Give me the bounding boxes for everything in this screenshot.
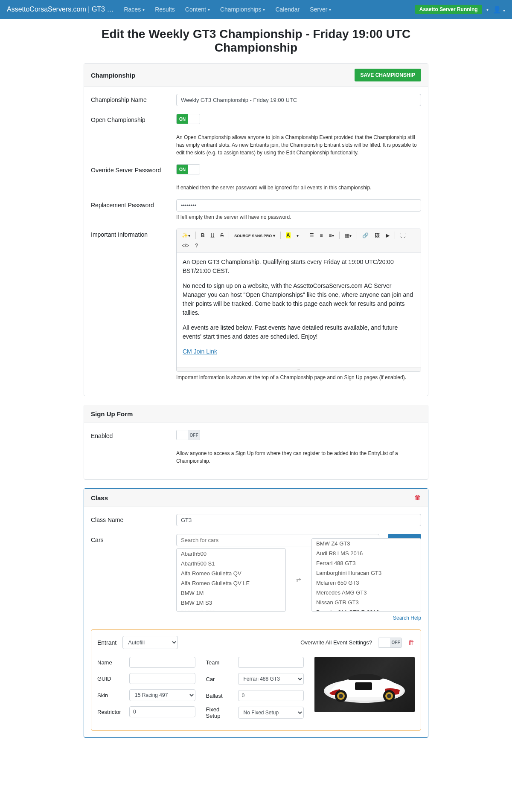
repl-pw-label: Replacement Password <box>91 199 176 221</box>
color-caret-icon[interactable]: ▾ <box>294 231 301 240</box>
list-item[interactable]: Mclaren 650 GT3 <box>312 578 421 588</box>
page-title: Edit the Weekly GT3 Championship - Frida… <box>84 27 428 55</box>
list-item[interactable]: Ferrari 488 GT3 <box>312 558 421 568</box>
align-icon[interactable]: ≡▾ <box>326 231 337 240</box>
magic-icon[interactable]: ✨▾ <box>179 231 193 240</box>
image-icon[interactable]: 🖼 <box>372 231 382 240</box>
list-item[interactable]: Abarth500 S1 <box>177 559 285 568</box>
code-icon[interactable]: </> <box>179 241 192 250</box>
server-running-badge[interactable]: Assetto Server Running <box>415 5 482 14</box>
repl-pw-input[interactable] <box>176 199 421 212</box>
swap-icon[interactable]: ⇄ <box>296 577 301 583</box>
car-preview-image <box>314 657 415 712</box>
list-item[interactable]: Alfa Romeo Giulietta QV LE <box>177 578 285 588</box>
list-item[interactable]: Alfa Romeo Giulietta QV <box>177 568 285 578</box>
list-item[interactable]: Abarth500 <box>177 549 285 559</box>
list-item[interactable]: Lamborghini Huracan GT3 <box>312 568 421 578</box>
list-item[interactable]: BMW Z4 GT3 <box>312 539 421 548</box>
entrant-guid-input[interactable] <box>129 673 195 684</box>
link-icon[interactable]: 🔗 <box>360 231 371 240</box>
championship-name-input[interactable] <box>176 94 421 106</box>
list-item[interactable]: Mercedes AMG GT3 <box>312 588 421 597</box>
info-label: Important Information <box>91 229 176 381</box>
svg-rect-8 <box>355 682 372 690</box>
delete-class-icon[interactable]: 🗑 <box>414 494 421 502</box>
ul-icon[interactable]: ☰ <box>307 231 317 240</box>
user-icon[interactable]: 👤 ▾ <box>493 6 505 14</box>
nav-races[interactable]: Races▾ <box>119 3 149 15</box>
signup-header: Sign Up Form <box>91 410 133 418</box>
table-icon[interactable]: ▦▾ <box>342 231 354 240</box>
navbar: AssettoCorsaServers.com | GT3 … Races▾ R… <box>0 0 512 19</box>
editor-resize-handle[interactable]: ═ <box>177 367 421 371</box>
nav-content[interactable]: Content▾ <box>181 3 214 15</box>
class-header: Class <box>91 494 108 502</box>
championship-card: Championship Save Championship Champions… <box>84 63 428 396</box>
list-item[interactable]: Nissan GTR GT3 <box>312 597 421 607</box>
list-item[interactable]: BMW 1M <box>177 588 285 598</box>
signup-enabled-toggle[interactable]: OFF <box>176 430 200 440</box>
championship-name-label: Championship Name <box>91 94 176 106</box>
class-card: Class 🗑 Class Name Cars Searc <box>84 488 428 738</box>
svg-point-7 <box>387 694 391 698</box>
text-color-icon[interactable]: A <box>283 231 293 240</box>
open-championship-toggle[interactable]: ON <box>176 114 200 124</box>
fullscreen-icon[interactable]: ⛶ <box>398 231 408 240</box>
repl-pw-help: If left empty then the server will have … <box>176 213 421 221</box>
entrant-card: Entrant Autofill Overwrite All Event Set… <box>91 629 421 731</box>
overwrite-toggle[interactable]: OFF <box>378 638 402 648</box>
signup-help: Allow anyone to access a Sign Up form wh… <box>176 450 421 465</box>
entrant-fixed-select[interactable]: No Fixed Setup <box>238 707 304 719</box>
strike-icon[interactable]: S <box>218 231 226 240</box>
editor-toolbar: ✨▾ B U S SOURCE SANS PRO ▾ A ▾ ☰ <box>177 229 421 252</box>
open-help: An Open Championship allows anyone to jo… <box>176 133 421 157</box>
underline-icon[interactable]: U <box>208 231 217 240</box>
selected-cars-listbox[interactable]: BMW Z4 GT3Audi R8 LMS 2016Ferrari 488 GT… <box>311 538 421 612</box>
entrant-car-select[interactable]: Ferrari 488 GT3 <box>238 673 304 685</box>
available-cars-listbox[interactable]: Abarth500Abarth500 S1Alfa Romeo Giuliett… <box>176 548 286 612</box>
nav-server[interactable]: Server▾ <box>305 3 335 15</box>
entrant-skin-select[interactable]: 15 Racing 497 <box>129 689 195 701</box>
nav-brand[interactable]: AssettoCorsaServers.com | GT3 … <box>7 6 113 13</box>
list-item[interactable]: Porsche 911 GT3 R 2016 <box>312 607 421 612</box>
override-pw-label: Override Server Password <box>91 164 176 174</box>
override-help: If enabled then the server password will… <box>176 184 421 191</box>
delete-entrant-icon[interactable]: 🗑 <box>408 639 415 647</box>
list-item[interactable]: BMW M3 E30 <box>177 608 285 612</box>
editor-content[interactable]: An Open GT3 Championship. Qualifying sta… <box>177 252 421 367</box>
list-item[interactable]: Audi R8 LMS 2016 <box>312 548 421 558</box>
list-item[interactable]: BMW 1M S3 <box>177 598 285 608</box>
override-pw-toggle[interactable]: ON <box>176 164 200 174</box>
search-help-link[interactable]: Search Help <box>393 615 421 621</box>
help-icon[interactable]: ? <box>192 241 201 250</box>
entrant-label: Entrant <box>97 639 116 646</box>
bold-icon[interactable]: B <box>198 231 207 240</box>
class-name-label: Class Name <box>91 514 176 526</box>
cars-label: Cars <box>91 534 176 621</box>
entrant-ballast-input[interactable] <box>238 690 304 701</box>
nav-results[interactable]: Results <box>151 3 179 15</box>
save-championship-button[interactable]: Save Championship <box>355 69 421 81</box>
entrant-name-input[interactable] <box>129 657 195 668</box>
class-name-input[interactable] <box>176 514 421 526</box>
entrant-team-input[interactable] <box>238 657 304 668</box>
nav-calendar[interactable]: Calendar <box>271 3 304 15</box>
championship-header: Championship <box>91 72 135 79</box>
open-championship-label: Open Championship <box>91 114 176 124</box>
font-select[interactable]: SOURCE SANS PRO ▾ <box>232 232 278 240</box>
entrant-restrictor-input[interactable] <box>129 706 195 717</box>
svg-point-4 <box>339 694 343 698</box>
info-help: Important information is shown at the to… <box>176 374 421 381</box>
video-icon[interactable]: ▶ <box>383 231 392 240</box>
overwrite-label: Overwrite All Event Settings? <box>300 639 372 646</box>
nav-championships[interactable]: Championships▾ <box>216 3 270 15</box>
rich-text-editor: ✨▾ B U S SOURCE SANS PRO ▾ A ▾ ☰ <box>176 229 421 372</box>
signup-card: Sign Up Form Enabled OFF Allow anyone to… <box>84 405 428 480</box>
cm-join-link[interactable]: CM Join Link <box>183 348 217 355</box>
ol-icon[interactable]: ≡ <box>317 231 326 240</box>
signup-enabled-label: Enabled <box>91 430 176 440</box>
entrant-autofill-select[interactable]: Autofill <box>122 636 178 649</box>
